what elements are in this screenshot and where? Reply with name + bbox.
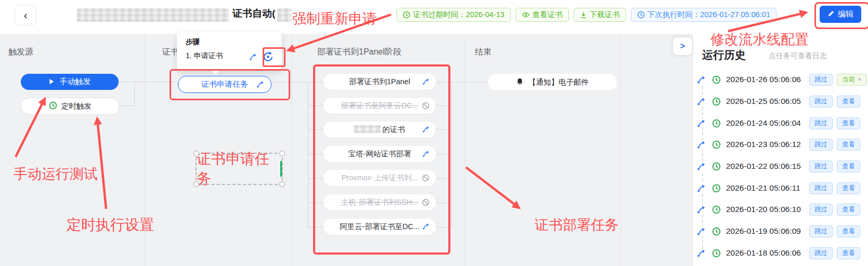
annotation-force-reapply: 强制重新申请 <box>292 9 377 28</box>
view-badge[interactable]: 查看 <box>837 182 860 194</box>
skip-badge[interactable]: 跳过 <box>809 74 833 86</box>
history-row[interactable]: 2026-01-19 05:06:09 跳过 查看 <box>696 224 860 238</box>
branch-icon <box>696 75 707 85</box>
deploy-task-node[interactable]: 的证书 <box>323 122 436 138</box>
view-cert-button[interactable]: 查看证书 <box>515 8 569 22</box>
branch-icon <box>422 126 430 135</box>
view-badge[interactable]: 查看 <box>837 204 860 216</box>
history-datetime: 2026-01-20 05:06:10 <box>726 205 805 214</box>
view-badge[interactable]: 查看 <box>837 161 860 172</box>
run-history-title: 运行历史 <box>702 48 746 62</box>
selection-handle[interactable] <box>193 151 199 156</box>
header-badges: 证书过期时间：2026-04-13 查看证书 下载证书 下次执行时间：2026-… <box>396 8 776 22</box>
history-datetime: 2026-01-22 05:06:15 <box>726 162 805 171</box>
connector-line <box>436 178 451 179</box>
branch-icon <box>696 140 707 150</box>
history-row[interactable]: 2026-01-23 05:06:12 跳过 查看 <box>696 137 860 152</box>
deploy-task-node[interactable]: Proxmox-上传证书到... <box>323 170 436 186</box>
selection-handle[interactable] <box>193 181 199 187</box>
deploy-task-node[interactable]: 主机-部署证书到SSH... <box>323 194 436 210</box>
clock-icon <box>711 183 722 193</box>
bell-icon <box>516 77 524 87</box>
next-run-badge: 下次执行时间：2026-01-27 05:06:01 <box>631 8 776 22</box>
current-badge[interactable]: 当前× <box>837 74 867 86</box>
history-row[interactable]: 2026-01-22 05:06:15 跳过 查看 <box>696 159 860 174</box>
collapse-panel-button[interactable]: > <box>673 37 692 55</box>
text-caret <box>280 161 282 177</box>
history-row[interactable]: 2026-01-20 05:06:10 跳过 查看 <box>696 202 860 217</box>
rerun-history-icon[interactable] <box>263 51 274 64</box>
connector-line <box>308 227 323 228</box>
edit-button[interactable]: 编辑 <box>820 6 861 23</box>
header-bar: ‹ 证书自动( 证书过期时间：2026-04-13 查看证书 下载证书 下次执行… <box>0 0 868 34</box>
clock-icon <box>711 162 722 171</box>
view-badge[interactable]: 查看 <box>837 117 860 129</box>
connector-line <box>436 129 451 130</box>
pencil-icon <box>827 10 834 19</box>
branch-icon[interactable] <box>249 53 257 63</box>
branch-icon <box>696 205 707 215</box>
back-button[interactable]: ‹ <box>15 5 36 25</box>
connector-line <box>436 82 451 83</box>
history-row[interactable]: 2026-01-26 05:06:06 跳过 当前× <box>696 72 867 87</box>
history-row[interactable]: 2026-01-21 05:06:11 跳过 查看 <box>696 181 860 195</box>
clock-icon <box>711 97 722 107</box>
column-header-deploy: 部署证书到1Panel阶段 <box>317 47 401 58</box>
history-row[interactable]: 2026-01-24 05:06:04 跳过 查看 <box>696 116 860 130</box>
deploy-task-node[interactable]: 部署证书至阿里云DC... <box>323 98 436 114</box>
cert-expiry-badge: 证书过期时间：2026-04-13 <box>396 8 511 22</box>
view-badge[interactable]: 查看 <box>837 139 860 151</box>
deploy-task-node[interactable]: 部署证书到1Panel <box>323 74 436 90</box>
history-datetime: 2026-01-24 05:06:04 <box>726 118 805 128</box>
deploy-task-node[interactable]: 宝塔-网站证书部署 <box>323 146 436 162</box>
clock-icon <box>711 118 722 128</box>
eye-icon <box>522 11 530 19</box>
annotation-selection-box[interactable]: 证书申请任务 <box>196 153 283 185</box>
skip-badge[interactable]: 跳过 <box>809 225 833 237</box>
connector-line <box>308 203 323 203</box>
skip-badge[interactable]: 跳过 <box>809 247 833 259</box>
redacted-block <box>354 125 381 133</box>
skip-badge[interactable]: 跳过 <box>809 161 833 172</box>
prohibit-icon <box>422 102 430 111</box>
branch-icon <box>696 227 707 236</box>
schedule-trigger-button[interactable]: 定时触发 <box>21 98 120 115</box>
branch-icon <box>422 78 430 87</box>
clock-icon <box>711 140 722 150</box>
skip-badge[interactable]: 跳过 <box>809 139 833 151</box>
close-icon[interactable]: × <box>858 75 862 83</box>
column-divider <box>291 34 292 266</box>
clock-icon <box>403 11 410 19</box>
connector-line <box>451 82 452 227</box>
selection-handle[interactable] <box>279 151 285 156</box>
back-chevron-icon: ‹ <box>24 9 28 21</box>
tooltip-title: 步骤 <box>186 37 200 47</box>
annotation-cert-deploy-task: 证书部署任务 <box>535 216 619 234</box>
tooltip-step-label: 1. 申请证书 <box>186 51 223 61</box>
manual-trigger-button[interactable]: 手动触发 <box>21 74 119 90</box>
skip-badge[interactable]: 跳过 <box>809 182 833 194</box>
column-divider <box>620 34 621 266</box>
notify-email-node[interactable]: 【通知】电子邮件 <box>488 74 617 90</box>
deploy-task-node[interactable]: 阿里云-部署证书至DC... <box>323 219 436 235</box>
skip-badge[interactable]: 跳过 <box>809 204 833 216</box>
connector-line <box>436 154 451 154</box>
history-datetime: 2026-01-26 05:06:06 <box>726 75 805 84</box>
history-row[interactable]: 2026-01-25 05:06:05 跳过 查看 <box>696 94 860 109</box>
view-badge[interactable]: 查看 <box>837 96 860 108</box>
branch-icon <box>422 223 430 232</box>
skip-badge[interactable]: 跳过 <box>809 96 833 108</box>
certificate-pipeline-page: ‹ 证书自动( 证书过期时间：2026-04-13 查看证书 下载证书 下次执行… <box>0 0 868 266</box>
selection-handle[interactable] <box>279 181 285 187</box>
view-badge[interactable]: 查看 <box>837 247 860 259</box>
history-row[interactable]: 2026-01-18 05:06:06 跳过 查看 <box>696 246 860 260</box>
clock-icon <box>711 75 722 85</box>
view-badge[interactable]: 查看 <box>837 225 860 237</box>
download-cert-button[interactable]: 下载证书 <box>574 8 626 22</box>
cert-apply-task-node[interactable]: 证书申请任务 <box>178 76 271 93</box>
skip-badge[interactable]: 跳过 <box>809 117 833 129</box>
connector-line <box>119 105 134 106</box>
branch-icon <box>696 162 707 171</box>
connector-line <box>436 105 451 106</box>
annotation-edit-pipeline: 修改流水线配置 <box>710 30 809 49</box>
